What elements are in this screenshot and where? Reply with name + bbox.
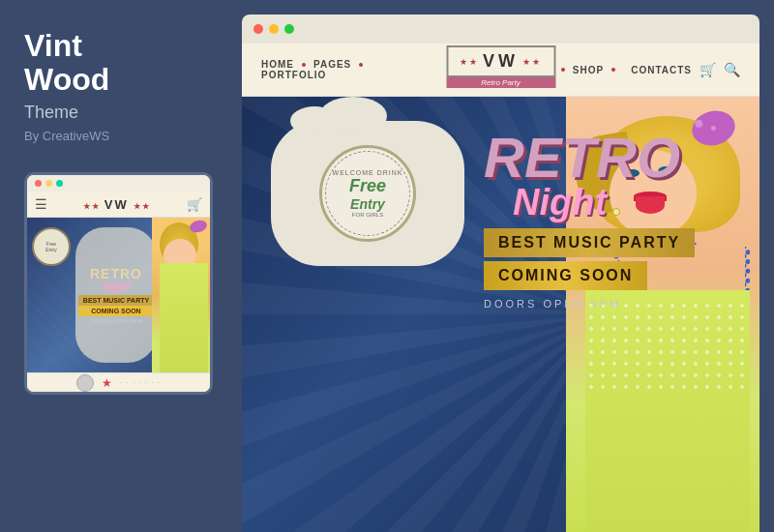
nav-shop[interactable]: SHOP [573, 65, 604, 75]
browser-dot-green [284, 24, 294, 34]
logo-stars-left: ★★ [460, 57, 479, 67]
nav-pages[interactable]: PAGES [313, 59, 351, 70]
logo-subtitle: Retro Party [446, 77, 555, 88]
cart-nav-icon[interactable]: 🛒 [700, 62, 716, 77]
welcome-badge: WELCOME DRINK Free Entry FOR GIRLS [319, 145, 416, 242]
mobile-logo-stars: ★★ [83, 202, 104, 211]
hamburger-icon: ☰ [35, 196, 47, 212]
logo-vw: VW [483, 51, 519, 72]
mobile-girl [152, 218, 210, 372]
hero-cloud: WELCOME DRINK Free Entry FOR GIRLS [271, 121, 464, 266]
mobile-doors: DOORS OPEN 9PM [78, 318, 154, 324]
badge-for-girls-text: FOR GIRLS [352, 212, 383, 218]
nav-dot2 [359, 63, 363, 67]
doors-open-text: DOORS OPEN 9PM [484, 298, 730, 310]
badge-free-text: Free [349, 176, 386, 196]
footer-circle-icon [76, 374, 94, 392]
mobile-top-bar [27, 175, 210, 192]
nav-row2: PORTFOLIO [261, 70, 363, 80]
nav-left: HOME PAGES PORTFOLIO [261, 59, 363, 80]
logo-stars-right: ★★ [522, 57, 542, 67]
best-music-bar: BEST MUSIC PARTY [484, 228, 695, 257]
mobile-dot-red [35, 180, 42, 187]
mobile-footer-strip: ★ · · · · · · · [27, 372, 210, 392]
night-subtitle: Night [513, 184, 730, 221]
coming-soon-text: COMING SOON [498, 267, 633, 283]
nav-dot1 [302, 63, 306, 67]
coming-soon-bar: COMING SOON [484, 261, 647, 290]
mobile-dot-yellow [45, 180, 52, 187]
mobile-coming-soon: COMING SOON [78, 306, 154, 316]
mobile-logo-stars2: ★★ [134, 202, 151, 211]
mobile-hero: FreeEntry RETRO Night BEST MUSIC PARTY C… [27, 218, 210, 372]
cart-icon: 🛒 [187, 197, 202, 212]
badge-welcome-text: WELCOME DRINK [333, 169, 403, 176]
mobile-badge-free: FreeEntry [45, 241, 57, 252]
footer-star-icon: ★ [102, 376, 112, 390]
nav-home[interactable]: HOME [261, 59, 294, 70]
mobile-preview: ☰ ★★ VW ★★ 🛒 FreeEntry RETRO Night BEST … [24, 172, 213, 395]
nav-center-logo: ★★ VW ★★ Retro Party [446, 45, 555, 88]
footer-dots: · · · · · · · [120, 378, 161, 387]
badge-entry-text: Entry [350, 196, 385, 212]
nav-dot3 [561, 68, 565, 72]
mobile-cloud: RETRO Night BEST MUSIC PARTY COMING SOON… [75, 227, 157, 363]
nav-portfolio[interactable]: PORTFOLIO [261, 70, 326, 80]
nav-contacts[interactable]: CONTACTS [631, 65, 692, 75]
website-hero: WELCOME DRINK Free Entry FOR GIRLS RETRO… [242, 97, 759, 532]
browser-titlebar [242, 15, 759, 44]
nav-dot4 [611, 68, 615, 72]
browser-content: HOME PAGES PORTFOLIO ★★ VW ★★ Ret [242, 44, 759, 532]
mobile-nav: ☰ ★★ VW ★★ 🛒 [27, 192, 210, 218]
theme-author: By CreativeWS [24, 129, 213, 143]
logo-row: ★★ VW ★★ [460, 51, 542, 72]
retro-title: RETRO [484, 131, 730, 184]
website-nav: HOME PAGES PORTFOLIO ★★ VW ★★ Ret [242, 44, 759, 97]
logo-box: ★★ VW ★★ [446, 45, 555, 77]
left-panel: Vint Wood Theme By CreativeWS ☰ ★★ VW ★★… [0, 0, 237, 532]
browser-dot-red [253, 24, 263, 34]
best-music-text: BEST MUSIC PARTY [498, 234, 680, 251]
mobile-best-music: BEST MUSIC PARTY [78, 295, 154, 306]
mobile-logo: ★★ VW ★★ [83, 197, 152, 212]
hero-content: WELCOME DRINK Free Entry FOR GIRLS RETRO… [242, 97, 759, 334]
cloud-shape: WELCOME DRINK Free Entry FOR GIRLS [271, 121, 464, 266]
cloud-inner: WELCOME DRINK Free Entry FOR GIRLS [319, 145, 416, 242]
nav-row1: HOME PAGES [261, 59, 363, 70]
mobile-retro-text: RETRO [78, 267, 154, 281]
search-nav-icon[interactable]: 🔍 [724, 62, 740, 77]
mobile-dot-green [56, 180, 63, 187]
mobile-night-text: Night [78, 281, 154, 292]
theme-title: Vint Wood [24, 29, 213, 97]
browser-window: HOME PAGES PORTFOLIO ★★ VW ★★ Ret [242, 15, 759, 532]
hero-main-text: RETRO Night BEST MUSIC PARTY COMING SOON… [484, 121, 730, 310]
browser-dot-yellow [269, 24, 279, 34]
theme-label: Theme [24, 103, 213, 123]
